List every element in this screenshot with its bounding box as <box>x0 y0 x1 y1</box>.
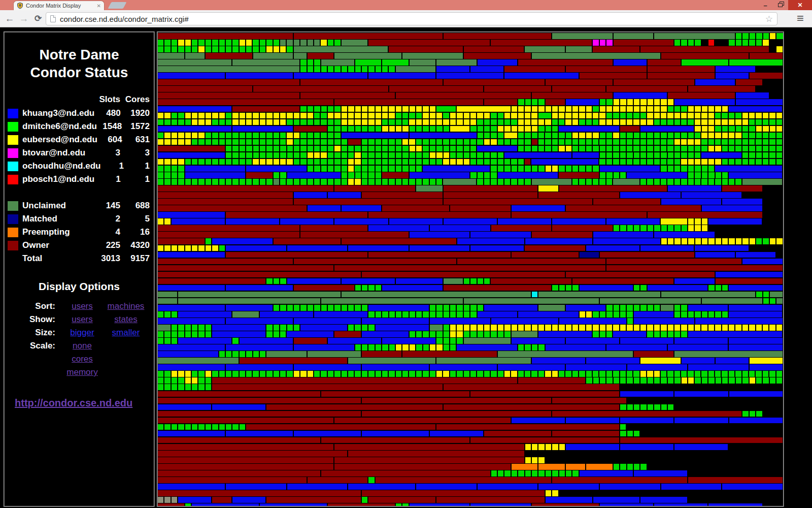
matrix-cell <box>266 325 272 331</box>
matrix-cell <box>674 311 680 318</box>
option-link-cores[interactable]: cores <box>60 354 104 364</box>
matrix-cell <box>226 371 231 377</box>
matrix-cell <box>464 371 469 377</box>
option-link-none[interactable]: none <box>60 341 104 351</box>
matrix-cell <box>172 119 177 125</box>
matrix-cell <box>314 133 320 139</box>
condor-home-link[interactable]: http://condor.cse.nd.edu <box>15 397 154 409</box>
matrix-cell <box>600 40 605 46</box>
matrix-cell <box>246 159 252 165</box>
matrix-cell <box>498 351 633 357</box>
bookmark-star-icon[interactable]: ☆ <box>765 14 773 24</box>
matrix-cell <box>586 245 639 251</box>
matrix-row <box>158 152 783 159</box>
matrix-cell <box>287 40 292 46</box>
matrix-cell <box>185 113 191 119</box>
matrix-cell <box>545 325 551 331</box>
window-close-icon[interactable]: ✕ <box>788 0 812 10</box>
matrix-cell <box>409 113 415 119</box>
matrix-cell <box>600 146 605 152</box>
matrix-cell <box>695 325 700 331</box>
browser-tab[interactable]: Condor Matrix Display ✕ <box>13 1 105 10</box>
matrix-cell <box>253 113 258 119</box>
matrix-cell <box>178 311 231 318</box>
option-link-machines[interactable]: machines <box>104 301 148 311</box>
matrix-cell <box>579 119 585 125</box>
matrix-cell <box>627 364 688 370</box>
matrix-cell <box>436 358 531 364</box>
matrix-cell <box>586 133 592 139</box>
matrix-cell <box>606 159 612 165</box>
tab-close-icon[interactable]: ✕ <box>97 3 101 9</box>
matrix-cell <box>198 159 204 165</box>
matrix-cell <box>491 119 496 125</box>
back-icon[interactable]: ← <box>3 10 16 27</box>
matrix-cell <box>613 119 619 125</box>
matrix-cell <box>674 338 728 344</box>
matrix-cell <box>376 159 381 165</box>
menu-icon[interactable]: ≡ <box>793 10 808 27</box>
matrix-cell <box>600 325 605 331</box>
matrix-cell <box>376 166 381 172</box>
matrix-row <box>158 411 783 418</box>
matrix-cell <box>633 146 639 152</box>
matrix-cell <box>491 139 496 145</box>
matrix-cell <box>396 152 401 158</box>
matrix-cell <box>688 119 693 125</box>
option-link-users[interactable]: users <box>60 301 104 311</box>
matrix-cell <box>348 152 354 158</box>
matrix-cell <box>627 113 632 119</box>
matrix-cell <box>172 159 177 165</box>
refresh-icon[interactable]: ⟳ <box>31 10 45 27</box>
matrix-cell <box>219 371 225 377</box>
option-link-users[interactable]: users <box>60 314 104 325</box>
matrix-row <box>158 298 783 305</box>
address-bar[interactable]: condor.cse.nd.edu/condor_matrix.cgi# ☆ <box>46 12 777 25</box>
matrix-cell <box>423 311 428 318</box>
matrix-cell <box>436 338 442 344</box>
matrix-cell <box>640 371 646 377</box>
matrix-cell <box>627 398 783 404</box>
matrix-cell <box>756 325 762 331</box>
matrix-cell <box>559 106 564 112</box>
matrix-cell <box>729 119 734 125</box>
matrix-cell <box>280 305 286 311</box>
matrix-cell <box>538 99 544 105</box>
option-link-smaller[interactable]: smaller <box>104 328 148 338</box>
legend-row-total: Total 3013 9157 <box>8 252 150 265</box>
matrix-cell <box>681 152 687 158</box>
matrix-cell <box>246 152 252 158</box>
matrix-cell <box>334 152 340 158</box>
matrix-cell <box>538 113 551 119</box>
matrix-cell <box>436 126 442 132</box>
matrix-cell <box>172 384 177 390</box>
matrix-row <box>158 86 783 92</box>
new-tab-button[interactable] <box>108 2 127 9</box>
matrix-cell <box>185 46 191 52</box>
matrix-cell <box>572 179 578 185</box>
matrix-cell <box>498 152 503 158</box>
matrix-cell <box>579 325 585 331</box>
matrix-cell <box>654 99 660 105</box>
matrix-cell <box>627 424 782 430</box>
matrix-cell <box>498 133 503 139</box>
forward-icon[interactable]: → <box>17 10 30 27</box>
matrix-cell <box>702 298 762 304</box>
matrix-cell <box>376 152 381 158</box>
matrix-cell <box>620 146 626 152</box>
matrix-cell <box>715 40 728 46</box>
window-restore-icon[interactable] <box>773 0 788 10</box>
matrix-cell <box>355 325 360 331</box>
url-text[interactable]: condor.cse.nd.edu/condor_matrix.cgi# <box>60 15 765 23</box>
matrix-cell <box>376 371 381 377</box>
option-link-states[interactable]: states <box>104 314 148 325</box>
matrix-cell <box>423 159 428 165</box>
matrix-cell <box>266 179 272 185</box>
option-link-bigger[interactable]: bigger <box>60 328 104 338</box>
matrix-cell <box>212 331 265 337</box>
matrix-cell <box>498 331 503 337</box>
window-minimize-icon[interactable]: – <box>758 2 773 9</box>
matrix-cell <box>750 33 755 39</box>
matrix-cell <box>280 278 286 284</box>
option-link-memory[interactable]: memory <box>60 367 104 377</box>
